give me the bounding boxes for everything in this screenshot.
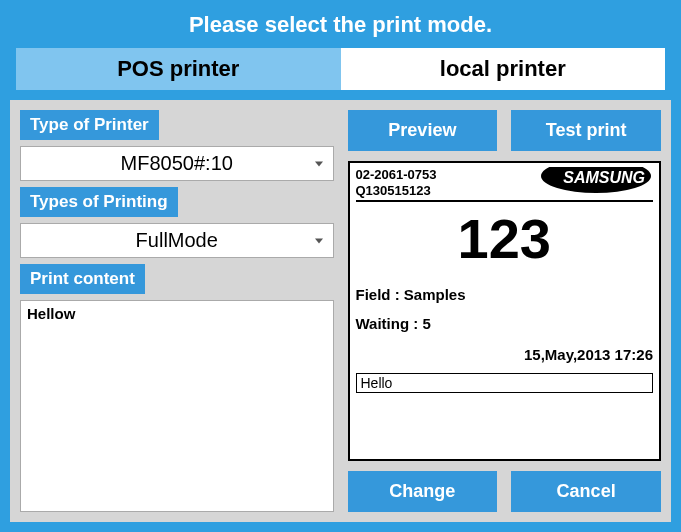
preview-id2: Q130515123 bbox=[356, 183, 437, 199]
preview-header: 02-2061-0753 Q130515123 SAMSUNG bbox=[356, 167, 654, 202]
print-content-textarea[interactable] bbox=[20, 300, 334, 512]
change-button[interactable]: Change bbox=[348, 471, 498, 512]
types-of-printing-label: Types of Printing bbox=[20, 187, 178, 217]
printing-mode-value: FullMode bbox=[136, 229, 218, 251]
brand-logo: SAMSUNG bbox=[538, 167, 653, 193]
ticket-preview: 02-2061-0753 Q130515123 SAMSUNG 123 Fiel… bbox=[348, 161, 662, 461]
content-area: Type of Printer MF8050#:10 Types of Prin… bbox=[10, 100, 671, 522]
preview-buttons-row: Preview Test print bbox=[348, 110, 662, 151]
dialog-title: Please select the print mode. bbox=[0, 0, 681, 48]
tab-bar: POS printer local printer bbox=[0, 48, 681, 90]
ticket-text-input[interactable] bbox=[356, 373, 654, 393]
left-column: Type of Printer MF8050#:10 Types of Prin… bbox=[20, 110, 334, 512]
right-column: Preview Test print 02-2061-0753 Q1305151… bbox=[348, 110, 662, 512]
preview-ids: 02-2061-0753 Q130515123 bbox=[356, 167, 437, 198]
cancel-button[interactable]: Cancel bbox=[511, 471, 661, 512]
ticket-waiting-line: Waiting : 5 bbox=[356, 315, 654, 332]
tab-local-printer[interactable]: local printer bbox=[341, 48, 666, 90]
print-content-label: Print content bbox=[20, 264, 145, 294]
ticket-number: 123 bbox=[356, 208, 654, 270]
test-print-button[interactable]: Test print bbox=[511, 110, 661, 151]
ticket-datetime: 15,May,2013 17:26 bbox=[356, 346, 654, 363]
tab-pos-printer[interactable]: POS printer bbox=[16, 48, 341, 90]
type-of-printer-label: Type of Printer bbox=[20, 110, 159, 140]
preview-button[interactable]: Preview bbox=[348, 110, 498, 151]
printer-select[interactable]: MF8050#:10 bbox=[20, 146, 334, 181]
printing-mode-select[interactable]: FullMode bbox=[20, 223, 334, 258]
print-mode-dialog: Please select the print mode. POS printe… bbox=[0, 0, 681, 532]
printer-select-value: MF8050#:10 bbox=[121, 152, 233, 174]
action-buttons-row: Change Cancel bbox=[348, 471, 662, 512]
preview-id1: 02-2061-0753 bbox=[356, 167, 437, 183]
ticket-field-line: Field : Samples bbox=[356, 286, 654, 303]
